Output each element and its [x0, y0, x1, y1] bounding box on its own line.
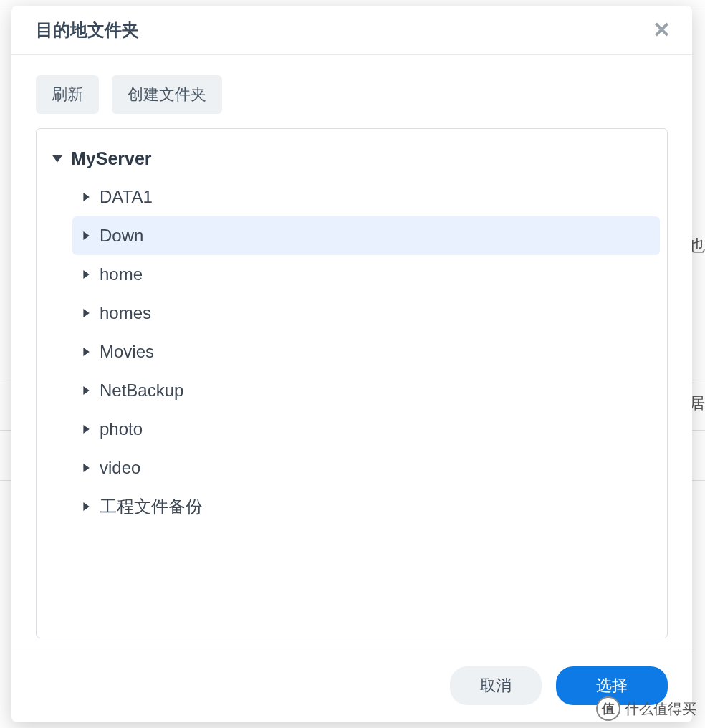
svg-marker-4 [83, 309, 89, 317]
tree-row[interactable]: photo [72, 410, 660, 449]
refresh-button[interactable]: 刷新 [36, 75, 99, 114]
toolbar: 刷新 创建文件夹 [36, 75, 668, 114]
destination-folder-dialog: 目的地文件夹 ✕ 刷新 创建文件夹 MyServer DATA1Downhome… [11, 6, 692, 722]
svg-marker-9 [83, 502, 89, 511]
tree-node[interactable]: 工程文件备份 [72, 487, 660, 526]
tree-node-label: home [100, 264, 143, 284]
tree-root-label: MyServer [71, 148, 152, 169]
caret-right-icon[interactable] [80, 191, 92, 203]
tree-node[interactable]: photo [72, 410, 660, 449]
tree-row[interactable]: home [72, 255, 660, 294]
caret-right-icon[interactable] [80, 307, 92, 320]
svg-marker-8 [83, 464, 89, 472]
dialog-body: 刷新 创建文件夹 MyServer DATA1DownhomehomesMovi… [11, 55, 692, 653]
tree-node-label: 工程文件备份 [100, 495, 203, 518]
tree-node[interactable]: DATA1 [72, 178, 660, 216]
tree-node[interactable]: homes [72, 294, 660, 332]
cancel-button[interactable]: 取消 [450, 666, 542, 705]
caret-right-icon[interactable] [80, 461, 92, 474]
svg-marker-0 [52, 155, 62, 163]
tree-node-label: homes [100, 303, 151, 323]
svg-marker-5 [83, 348, 89, 356]
tree-row[interactable]: DATA1 [72, 178, 660, 216]
tree-node[interactable]: Movies [72, 332, 660, 371]
tree-node-label: DATA1 [100, 187, 153, 207]
tree-row[interactable]: homes [72, 294, 660, 332]
svg-marker-7 [83, 425, 89, 434]
caret-right-icon[interactable] [80, 268, 92, 281]
caret-right-icon[interactable] [80, 229, 92, 242]
tree-row[interactable]: NetBackup [72, 371, 660, 410]
select-button[interactable]: 选择 [556, 666, 668, 705]
svg-marker-2 [83, 231, 89, 240]
caret-right-icon[interactable] [80, 345, 92, 358]
tree-row[interactable]: Movies [72, 332, 660, 371]
caret-right-icon[interactable] [80, 384, 92, 397]
tree-row-root[interactable]: MyServer [44, 139, 660, 178]
tree-root-node[interactable]: MyServer DATA1DownhomehomesMoviesNetBack… [44, 139, 660, 526]
dialog-footer: 取消 选择 [11, 653, 692, 722]
caret-right-icon[interactable] [80, 423, 92, 436]
tree-node-label: Down [100, 226, 143, 246]
tree-row[interactable]: Down [72, 216, 660, 255]
svg-marker-3 [83, 270, 89, 279]
tree-node-label: NetBackup [100, 380, 183, 401]
svg-marker-6 [83, 386, 89, 395]
close-icon: ✕ [653, 18, 671, 42]
tree-row[interactable]: video [72, 449, 660, 487]
tree-node-label: Movies [100, 342, 154, 362]
create-folder-button[interactable]: 创建文件夹 [112, 75, 222, 114]
tree-node-label: photo [100, 419, 143, 439]
dialog-title: 目的地文件夹 [36, 19, 139, 42]
caret-down-icon[interactable] [51, 152, 64, 165]
folder-tree[interactable]: MyServer DATA1DownhomehomesMoviesNetBack… [36, 128, 668, 638]
caret-right-icon[interactable] [80, 500, 92, 513]
tree-node[interactable]: video [72, 449, 660, 487]
tree-node[interactable]: Down [72, 216, 660, 255]
dialog-header: 目的地文件夹 ✕ [11, 6, 692, 55]
tree-node-label: video [100, 458, 140, 478]
tree-node[interactable]: home [72, 255, 660, 294]
close-button[interactable]: ✕ [653, 19, 671, 41]
svg-marker-1 [83, 193, 89, 201]
tree-row[interactable]: 工程文件备份 [72, 487, 660, 526]
tree-node[interactable]: NetBackup [72, 371, 660, 410]
